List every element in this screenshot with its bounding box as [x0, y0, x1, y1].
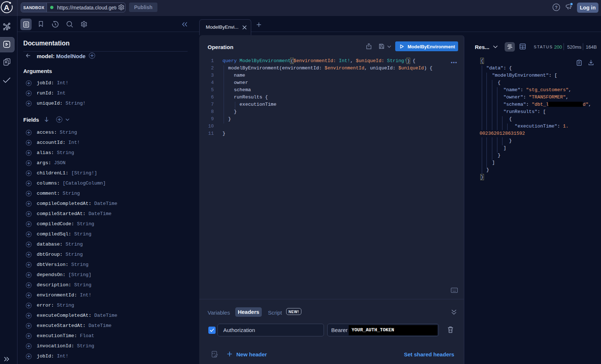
svg-text:?: ? [555, 5, 557, 10]
svg-text:A: A [4, 3, 9, 12]
